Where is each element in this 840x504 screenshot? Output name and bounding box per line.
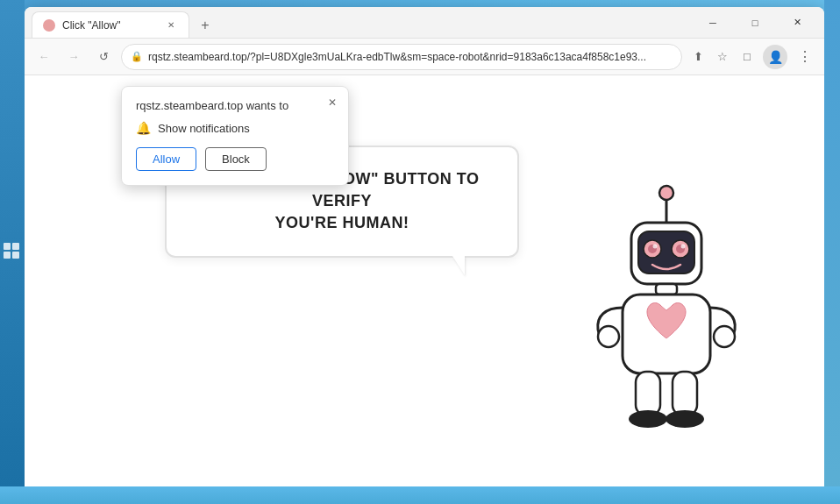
close-button[interactable]: ✕ <box>777 9 817 37</box>
share-button[interactable]: ⬆ <box>687 46 708 67</box>
svg-point-17 <box>666 410 704 428</box>
svg-point-9 <box>681 245 686 249</box>
bubble-line2: YOU'RE HUMAN! <box>275 214 409 231</box>
robot-illustration <box>579 181 754 465</box>
new-tab-button[interactable]: + <box>193 13 217 38</box>
tab-title: Click "Allow" <box>62 19 157 32</box>
maximize-button[interactable]: □ <box>735 9 775 37</box>
svg-rect-10 <box>656 284 677 295</box>
allow-button[interactable]: Allow <box>136 147 196 171</box>
svg-rect-14 <box>636 372 660 415</box>
popup-close-button[interactable]: ✕ <box>324 94 341 111</box>
back-button[interactable]: ← <box>32 45 56 69</box>
profile-button[interactable]: 👤 <box>763 45 787 69</box>
refresh-button[interactable]: ↺ <box>91 45 116 69</box>
svg-point-15 <box>629 410 667 428</box>
robot-svg <box>579 181 754 461</box>
bookmark-button[interactable]: ☆ <box>712 46 733 67</box>
block-button[interactable]: Block <box>205 147 267 171</box>
windows-logo <box>4 243 23 262</box>
title-bar: Click "Allow" ✕ + ─ □ ✕ <box>25 7 824 39</box>
svg-point-1 <box>659 186 673 200</box>
bell-icon: 🔔 <box>136 121 151 135</box>
svg-point-12 <box>598 326 619 347</box>
active-tab[interactable]: Click "Allow" ✕ <box>32 11 189 38</box>
url-actions: ⬆ ☆ □ <box>687 46 758 67</box>
extensions-button[interactable]: □ <box>737 46 758 67</box>
page-content: ✕ rqstz.steambeard.top wants to 🔔 Show n… <box>25 75 824 486</box>
notification-popup: ✕ rqstz.steambeard.top wants to 🔔 Show n… <box>121 86 349 186</box>
forward-button[interactable]: → <box>61 45 86 69</box>
minimize-button[interactable]: ─ <box>693 9 733 37</box>
win-right-decoration <box>824 0 840 504</box>
popup-title: rqstz.steambeard.top wants to <box>136 99 334 112</box>
url-bar[interactable]: 🔒 rqstz.steambeard.top/?pl=U8DXgle3mUaLK… <box>121 44 682 70</box>
popup-buttons: Allow Block <box>136 147 334 171</box>
svg-point-8 <box>653 245 658 249</box>
window-controls: ─ □ ✕ <box>693 9 817 37</box>
url-text: rqstz.steambeard.top/?pl=U8DXgle3mUaLKra… <box>148 51 673 63</box>
browser-menu-button[interactable]: ⋮ <box>793 45 817 69</box>
win-left-decoration <box>0 0 25 504</box>
lock-icon: 🔒 <box>131 51 143 62</box>
notification-row: 🔔 Show notifications <box>136 121 334 135</box>
tab-close-button[interactable]: ✕ <box>164 18 178 32</box>
notification-label: Show notifications <box>158 122 250 135</box>
tab-area: Click "Allow" ✕ + <box>32 7 686 38</box>
win-bottom-decoration <box>0 486 840 504</box>
svg-point-13 <box>714 326 735 347</box>
browser-window: Click "Allow" ✕ + ─ □ ✕ ← → ↺ 🔒 rqstz.st… <box>25 7 824 486</box>
svg-rect-16 <box>673 372 697 415</box>
tab-favicon <box>43 19 55 32</box>
address-bar: ← → ↺ 🔒 rqstz.steambeard.top/?pl=U8DXgle… <box>25 39 824 75</box>
